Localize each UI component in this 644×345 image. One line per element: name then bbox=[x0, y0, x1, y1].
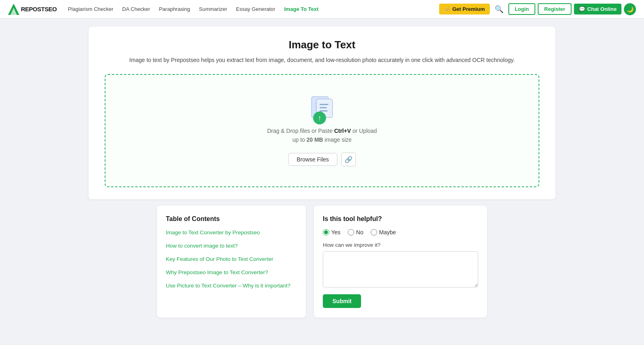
nav-da-checker[interactable]: DA Checker bbox=[119, 6, 153, 12]
radio-yes-label[interactable]: Yes bbox=[323, 229, 341, 236]
dark-mode-toggle[interactable]: 🌙 bbox=[624, 3, 636, 15]
chat-icon: 💬 bbox=[579, 6, 585, 12]
nav-paraphrasing[interactable]: Paraphrasing bbox=[156, 6, 193, 12]
drop-actions: Browse Files 🔗 bbox=[288, 153, 356, 166]
drop-size-text: up to 20 MB image size bbox=[292, 136, 351, 143]
browse-files-button[interactable]: Browse Files bbox=[288, 153, 337, 166]
search-icon: 🔍 bbox=[495, 5, 504, 13]
drop-instruction: Drag & Drop files or Paste Ctrl+V or Upl… bbox=[267, 128, 377, 134]
search-button[interactable]: 🔍 bbox=[492, 5, 506, 14]
list-item: Image to Text Converter by Prepostseo bbox=[166, 229, 297, 237]
radio-no[interactable] bbox=[348, 229, 354, 236]
radio-no-text: No bbox=[356, 229, 363, 236]
upload-icon-wrap: ↑ bbox=[308, 95, 336, 120]
page-title: Image to Text bbox=[105, 39, 539, 51]
link-icon: 🔗 bbox=[345, 156, 353, 163]
upload-circle-icon: ↑ bbox=[313, 112, 326, 124]
page-description: Image to text by Prepostseo helps you ex… bbox=[105, 56, 539, 64]
toc-list: Image to Text Converter by Prepostseo Ho… bbox=[166, 229, 297, 289]
svg-rect-8 bbox=[320, 107, 327, 108]
toc-title: Table of Contents bbox=[166, 215, 297, 223]
chat-online-button[interactable]: 💬 Chat Online bbox=[574, 4, 621, 14]
nav-summarizer[interactable]: Summarizer bbox=[196, 6, 230, 12]
radio-yes-text: Yes bbox=[331, 229, 341, 236]
radio-no-label[interactable]: No bbox=[348, 229, 363, 236]
nav-essay-generator[interactable]: Essay Generator bbox=[233, 6, 279, 12]
moon-icon: 🌙 bbox=[627, 6, 634, 12]
radio-yes[interactable] bbox=[323, 229, 329, 236]
list-item: How to convert image to text? bbox=[166, 242, 297, 250]
get-premium-button[interactable]: 👑 Get Premium bbox=[439, 4, 490, 14]
bottom-section: Table of Contents Image to Text Converte… bbox=[157, 206, 487, 318]
page-content: Image to Text Image to text by Prepostse… bbox=[0, 19, 644, 334]
svg-rect-7 bbox=[320, 104, 328, 105]
list-item: Why Prepostseo Image to Text Converter? bbox=[166, 269, 297, 277]
improve-label: How can we improve it? bbox=[323, 242, 478, 248]
register-button[interactable]: Register bbox=[538, 3, 572, 15]
logo-text: REPOSTSEO bbox=[21, 6, 57, 12]
toc-link-4[interactable]: Why Prepostseo Image to Text Converter? bbox=[166, 269, 268, 275]
logo[interactable]: REPOSTSEO bbox=[8, 4, 57, 15]
nav-plagiarism-checker[interactable]: Plagiarism Checker bbox=[65, 6, 117, 12]
list-item: Use Picture to Text Converter – Why is i… bbox=[166, 282, 297, 290]
crown-icon: 👑 bbox=[444, 6, 450, 12]
link-button[interactable]: 🔗 bbox=[341, 153, 356, 166]
navbar: REPOSTSEO Plagiarism Checker DA Checker … bbox=[0, 0, 644, 19]
table-of-contents-card: Table of Contents Image to Text Converte… bbox=[157, 206, 306, 318]
logo-icon bbox=[8, 4, 19, 15]
improve-textarea[interactable] bbox=[323, 251, 478, 287]
helpful-title: Is this tool helpful? bbox=[323, 215, 478, 223]
toc-link-5[interactable]: Use Picture to Text Converter – Why is i… bbox=[166, 283, 291, 289]
toc-link-1[interactable]: Image to Text Converter by Prepostseo bbox=[166, 229, 260, 236]
radio-maybe-label[interactable]: Maybe bbox=[371, 229, 396, 236]
radio-group: Yes No Maybe bbox=[323, 229, 478, 236]
login-button[interactable]: Login bbox=[508, 3, 535, 15]
submit-button[interactable]: Submit bbox=[323, 294, 361, 308]
nav-image-to-text[interactable]: Image To Text bbox=[281, 6, 322, 12]
radio-maybe-text: Maybe bbox=[379, 229, 396, 236]
main-card: Image to Text Image to text by Prepostse… bbox=[89, 27, 555, 199]
radio-maybe[interactable] bbox=[371, 229, 377, 236]
toc-link-2[interactable]: How to convert image to text? bbox=[166, 243, 238, 249]
toc-link-3[interactable]: Key Features of Our Photo to Text Conver… bbox=[166, 256, 273, 262]
drop-zone[interactable]: ↑ Drag & Drop files or Paste Ctrl+V or U… bbox=[105, 74, 539, 187]
helpful-card: Is this tool helpful? Yes No Maybe How c… bbox=[314, 206, 487, 318]
list-item: Key Features of Our Photo to Text Conver… bbox=[166, 256, 297, 263]
